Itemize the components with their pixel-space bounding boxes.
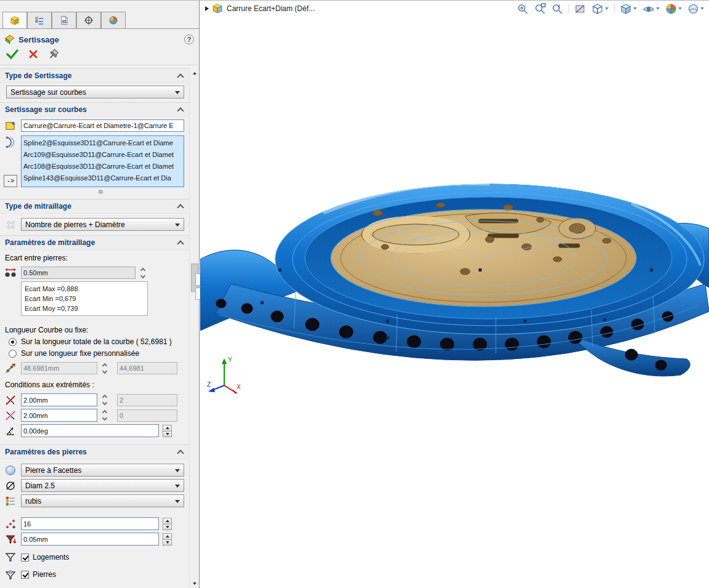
longueur-label: Longueur Courbe ou fixe: (5, 326, 185, 334)
displaymanager-ball-icon (108, 15, 118, 25)
tab-featuremanager[interactable] (27, 12, 52, 28)
angle-spinner[interactable] (163, 425, 172, 437)
radio-longueur-fixe[interactable]: Sur une longueur fixe personnalisée (9, 349, 184, 358)
propagate-arrow-button[interactable]: -> (4, 175, 17, 187)
chevron-down-icon (605, 7, 609, 10)
edge-selection-icon (6, 135, 15, 149)
coordinate-triad: Y Z X (206, 355, 242, 398)
page-title: Sertissage (18, 35, 59, 44)
pierres-checkbox[interactable] (21, 571, 29, 579)
stone-material-select[interactable]: rubis (21, 494, 184, 507)
feature-flyout-icon[interactable] (5, 34, 15, 44)
chevron-down-icon (175, 91, 180, 94)
type-mitraillage-select[interactable]: Nombre de pierres + Diamètre (21, 218, 184, 231)
breadcrumb[interactable]: Carrure Ecart+Diam (Déf... (227, 4, 315, 13)
tree-expander-icon[interactable] (205, 6, 209, 11)
heads-up-toolbar (517, 3, 704, 15)
stone-diameter-select[interactable]: Diam 2.5 (21, 479, 184, 492)
chevron-down-icon (633, 7, 637, 10)
end-condition-end-icon (4, 410, 17, 421)
cond-end-spinner[interactable] (101, 411, 108, 420)
section-header-type-mitraillage[interactable]: Type de mitraillage (0, 199, 189, 214)
graphics-area[interactable]: Carrure Ecart+Diam (Déf... (200, 1, 709, 588)
ecart-label: Ecart entre pierres: (5, 254, 185, 262)
list-item[interactable]: Arc109@Esquisse3D11@Carrure-Ecart et Dia… (22, 149, 184, 161)
logements-checkbox[interactable] (21, 554, 29, 562)
stone-count-input[interactable] (21, 517, 159, 530)
stone-count-spinner[interactable] (163, 518, 172, 530)
list-resize-grip[interactable] (99, 190, 103, 194)
manager-tabs (0, 1, 199, 29)
selected-value: Nombre de pierres + Diamètre (25, 220, 125, 229)
section-header-pierres[interactable]: Paramètres des pierres (0, 445, 189, 459)
stone-type-icon (4, 465, 17, 476)
collapse-chevron-icon[interactable] (177, 107, 184, 114)
face-selection-icon (4, 121, 17, 131)
section-header-courbes[interactable]: Sertissage sur courbes (0, 102, 189, 117)
collapse-chevron-icon[interactable] (177, 449, 184, 456)
angle-input[interactable] (21, 424, 159, 437)
zoom-to-area-button[interactable] (534, 3, 546, 15)
triad-x-label: X (237, 384, 241, 390)
list-item[interactable]: Spline2@Esquisse3D11@Carrure-Ecart et Di… (22, 137, 184, 149)
selected-value: Pierre à Facettes (25, 466, 81, 475)
edit-appearance-button[interactable] (665, 3, 682, 15)
property-manager-panel: Sertissage ? (0, 1, 200, 588)
section-header-mitraillage[interactable]: Paramètres de mitraillage (0, 235, 189, 250)
tab-dimxpertmanager[interactable] (76, 12, 101, 28)
part-icon (213, 4, 223, 14)
hide-show-items-button[interactable] (642, 3, 660, 15)
section-view-button[interactable] (575, 3, 586, 15)
display-style-button[interactable] (620, 3, 637, 15)
stone-gap-input[interactable] (21, 533, 159, 546)
panel-scrollbar[interactable] (189, 68, 199, 588)
section-title: Sertissage sur courbes (5, 105, 87, 114)
collapse-chevron-icon[interactable] (177, 240, 184, 247)
ecart-input[interactable] (21, 267, 136, 279)
end-condition-start-icon (4, 395, 17, 406)
ok-button[interactable] (6, 49, 18, 60)
radio-button[interactable] (9, 338, 17, 346)
zoom-to-fit-button[interactable] (517, 3, 529, 15)
scroll-down-icon[interactable] (190, 579, 200, 588)
pin-button[interactable] (48, 49, 59, 60)
longueur-input[interactable] (21, 362, 97, 374)
face-selection-input[interactable] (21, 119, 184, 132)
help-icon[interactable]: ? (184, 34, 194, 44)
view-orientation-button[interactable] (592, 3, 609, 15)
curve-length-icon (4, 363, 17, 374)
watch-case-3d-model[interactable] (200, 167, 709, 413)
type-sertissage-select[interactable]: Sertissage sur courbes (6, 86, 184, 99)
list-item[interactable]: Spline143@Esquisse3D11@Carrure-Ecart et … (22, 172, 184, 184)
info-line: Ecart Min =0,679 (25, 294, 144, 304)
section-header-type-sertissage[interactable]: Type de Sertissage (0, 68, 189, 83)
edges-selection-list[interactable]: Spline2@Esquisse3D11@Carrure-Ecart et Di… (21, 135, 184, 187)
tab-displaymanager[interactable] (101, 12, 126, 28)
list-item[interactable]: Arc108@Esquisse3D11@Carrure-Ecart et Dia… (22, 161, 184, 172)
tab-configurationmanager[interactable] (52, 12, 76, 28)
cond-start-spinner[interactable] (101, 395, 108, 405)
stone-type-select[interactable]: Pierre à Facettes (21, 464, 184, 477)
angle-icon (4, 425, 17, 437)
stone-spacing-icon (4, 267, 17, 278)
cond-start-input[interactable] (21, 393, 97, 406)
configurationmanager-page-icon (59, 15, 69, 25)
ecart-spinner[interactable] (139, 268, 147, 278)
scroll-up-icon[interactable] (190, 68, 200, 78)
apply-scene-button[interactable] (687, 3, 704, 15)
section-title: Type de Sertissage (5, 71, 72, 80)
cancel-button[interactable] (28, 49, 38, 59)
longueur-spinner[interactable] (101, 364, 108, 373)
tab-propertymanager[interactable] (2, 12, 27, 28)
checkbox-label: Pierres (33, 570, 56, 579)
cond-end-input[interactable] (21, 409, 97, 422)
collapse-chevron-icon[interactable] (177, 73, 184, 80)
radio-button[interactable] (9, 350, 17, 358)
previous-view-button[interactable] (551, 3, 563, 15)
selected-value: rubis (25, 497, 41, 505)
featuremanager-tree-icon (34, 15, 44, 25)
radio-label: Sur une longueur fixe personnalisée (21, 349, 139, 358)
radio-longueur-totale[interactable]: Sur la longueur totale de la courbe ( 52… (9, 337, 184, 346)
stone-gap-spinner[interactable] (163, 533, 172, 546)
collapse-chevron-icon[interactable] (177, 204, 184, 211)
